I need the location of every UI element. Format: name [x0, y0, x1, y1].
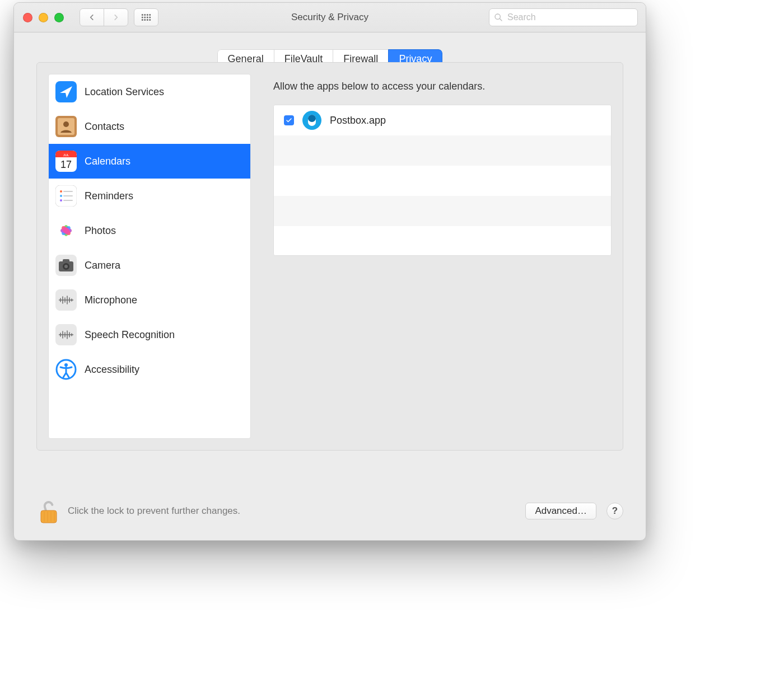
svg-point-0 — [142, 14, 143, 16]
svg-point-24 — [60, 190, 62, 193]
microphone-icon — [55, 289, 77, 311]
back-button[interactable] — [80, 8, 104, 26]
search-icon — [494, 13, 503, 22]
help-icon: ? — [612, 505, 618, 517]
zoom-window-button[interactable] — [54, 13, 64, 22]
sidebar-item-label: Photos — [85, 225, 116, 237]
chevron-left-icon — [88, 13, 96, 21]
svg-point-7 — [149, 17, 151, 18]
accessibility-icon — [55, 359, 77, 380]
history-nav — [80, 8, 128, 26]
svg-rect-39 — [63, 259, 69, 263]
svg-rect-63 — [311, 120, 313, 121]
lock-button[interactable] — [36, 496, 61, 526]
search-field[interactable] — [489, 8, 638, 26]
calendar-icon: JUL17 — [55, 151, 77, 172]
preferences-window: Security & Privacy General FileVault Fir… — [13, 2, 646, 541]
app-checkbox[interactable] — [284, 115, 294, 125]
app-row-empty — [274, 226, 611, 256]
minimize-window-button[interactable] — [39, 13, 48, 22]
sidebar-item-reminders[interactable]: Reminders — [49, 179, 250, 213]
reminders-icon — [55, 185, 77, 207]
content-heading: Allow the apps below to access your cale… — [273, 81, 607, 92]
window-controls — [14, 13, 64, 22]
svg-point-4 — [142, 17, 143, 18]
checkmark-icon — [286, 117, 292, 124]
svg-point-28 — [60, 199, 62, 202]
sidebar-item-label: Reminders — [85, 190, 133, 202]
window-title: Security & Privacy — [291, 12, 368, 23]
lock-hint-text: Click the lock to prevent further change… — [68, 505, 240, 517]
sidebar-item-camera[interactable]: Camera — [49, 248, 250, 283]
sidebar-item-calendars[interactable]: JUL17 Calendars — [49, 144, 250, 179]
svg-point-1 — [144, 14, 146, 16]
sidebar-item-label: Camera — [85, 260, 120, 271]
contacts-icon — [55, 116, 77, 137]
help-button[interactable]: ? — [606, 503, 623, 519]
sidebar-item-label: Calendars — [85, 156, 130, 167]
sidebar-item-accessibility[interactable]: Accessibility — [49, 352, 250, 387]
app-name: Postbox.app — [330, 115, 386, 127]
svg-point-59 — [64, 363, 68, 367]
forward-button[interactable] — [104, 8, 128, 26]
svg-point-26 — [60, 195, 62, 197]
svg-point-5 — [144, 17, 146, 18]
svg-point-11 — [149, 19, 151, 21]
app-row-empty — [274, 196, 611, 226]
location-icon — [55, 81, 77, 102]
privacy-category-list: Location Services Contacts JUL17 Calenda… — [48, 74, 251, 439]
button-label: Advanced… — [535, 505, 587, 516]
svg-point-8 — [142, 19, 143, 21]
svg-point-9 — [144, 19, 146, 21]
svg-point-3 — [149, 14, 151, 16]
footer: Click the lock to prevent further change… — [36, 494, 623, 528]
chevron-right-icon — [112, 13, 120, 21]
sidebar-item-label: Microphone — [85, 294, 137, 306]
show-all-button[interactable] — [134, 8, 158, 26]
sidebar-item-label: Location Services — [85, 86, 164, 98]
sidebar-item-label: Speech Recognition — [85, 329, 175, 341]
svg-point-17 — [63, 121, 69, 127]
sidebar-item-label: Contacts — [85, 121, 124, 133]
grid-icon — [141, 13, 151, 21]
svg-text:JUL: JUL — [63, 153, 69, 157]
camera-icon — [55, 255, 77, 276]
sidebar-item-label: Accessibility — [85, 364, 139, 376]
sidebar-item-speech-recognition[interactable]: Speech Recognition — [49, 317, 250, 352]
unlocked-lock-icon — [38, 498, 60, 526]
advanced-button[interactable]: Advanced… — [525, 503, 596, 519]
app-row-empty — [274, 135, 611, 166]
close-window-button[interactable] — [23, 13, 32, 22]
app-row-empty — [274, 166, 611, 196]
svg-point-10 — [147, 19, 148, 21]
postbox-app-icon — [302, 110, 322, 130]
app-permission-list: Postbox.app — [273, 105, 612, 256]
app-row: Postbox.app — [274, 105, 611, 135]
svg-text:17: 17 — [60, 159, 72, 170]
sidebar-item-location-services[interactable]: Location Services — [49, 74, 250, 109]
svg-point-6 — [147, 17, 148, 18]
svg-point-2 — [147, 14, 148, 16]
search-input[interactable] — [506, 12, 633, 23]
svg-point-41 — [64, 265, 68, 268]
sidebar-item-photos[interactable]: Photos — [49, 213, 250, 248]
privacy-panel: Location Services Contacts JUL17 Calenda… — [36, 62, 623, 451]
privacy-content: Allow the apps below to access your cale… — [260, 74, 612, 439]
titlebar: Security & Privacy — [14, 3, 646, 32]
sidebar-item-contacts[interactable]: Contacts — [49, 109, 250, 144]
photos-icon — [55, 220, 77, 241]
speech-recognition-icon — [55, 324, 77, 345]
sidebar-item-microphone[interactable]: Microphone — [49, 283, 250, 317]
svg-line-13 — [500, 18, 502, 21]
